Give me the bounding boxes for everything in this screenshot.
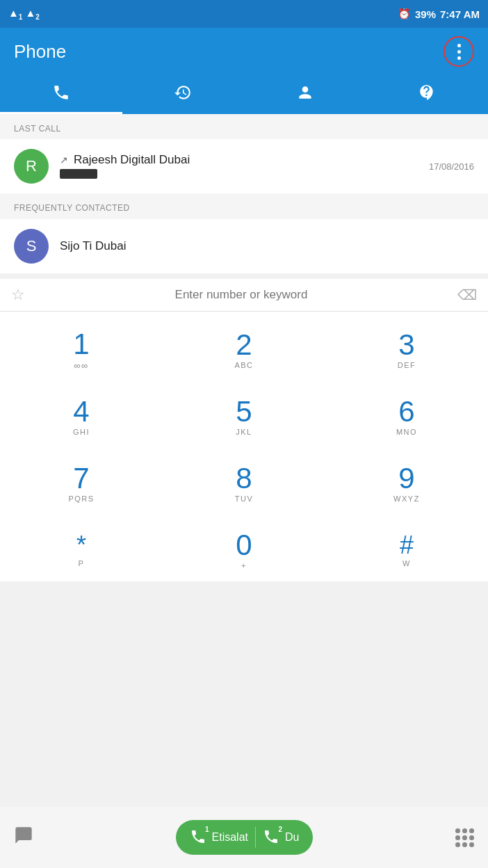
dialpad-section: ☆ ⌫ 1 ∞∞ 2 ABC 3 DEF 4 GHI 5: [0, 279, 488, 581]
key-8[interactable]: 8 TUV: [202, 452, 286, 515]
last-call-name: Rajeesh Digitall Dubai: [74, 153, 190, 167]
call-btn-divider: [255, 827, 256, 848]
frequent-contact-item[interactable]: S Sijo Ti Dubai: [0, 219, 488, 273]
recents-tab-icon: [174, 83, 192, 106]
app-bar: Phone: [0, 28, 488, 75]
frequently-contacted-header: FREQUENTLY CONTACTED: [0, 193, 488, 218]
call-name-row: ↗ Rajeesh Digitall Dubai: [60, 153, 418, 167]
number-input[interactable]: [32, 288, 450, 302]
last-call-number: [60, 169, 97, 179]
key-1[interactable]: 1 ∞∞: [40, 319, 123, 381]
call-button-2[interactable]: 2 Du: [263, 828, 299, 847]
backspace-icon[interactable]: ⌫: [457, 287, 477, 303]
grid-icon[interactable]: [455, 828, 474, 847]
key-4[interactable]: 4 GHI: [40, 385, 123, 448]
last-call-header: LAST CALL: [0, 114, 488, 139]
star-icon[interactable]: ☆: [11, 286, 25, 304]
call-button-group: 1 Etisalat 2 Du: [176, 820, 314, 855]
battery-indicator: 39%: [415, 8, 436, 20]
time-display: 7:47 AM: [440, 8, 480, 20]
key-hash[interactable]: # W: [365, 519, 448, 581]
frequent-contact-avatar: S: [14, 229, 49, 264]
tab-phone[interactable]: [0, 75, 122, 114]
sms-icon[interactable]: [14, 826, 33, 850]
dialpad-row-1: 1 ∞∞ 2 ABC 3 DEF: [0, 319, 488, 381]
dialpad-row-2: 4 GHI 5 JKL 6 MNO: [0, 385, 488, 448]
favorites-tab-icon: [418, 83, 436, 106]
last-call-date: 17/08/2016: [429, 161, 474, 172]
signal-indicators: ▲1 ▲2: [8, 7, 40, 21]
more-options-button[interactable]: [444, 36, 474, 67]
dialpad-row-4: * P 0 + # W: [0, 519, 488, 581]
phone-tab-icon: [52, 83, 70, 106]
key-2[interactable]: 2 ABC: [202, 319, 286, 381]
call-btn1-number: 1: [190, 828, 206, 847]
alarm-icon: ⏰: [398, 8, 411, 20]
last-call-item[interactable]: R ↗ Rajeesh Digitall Dubai 17/08/2016: [0, 139, 488, 193]
tab-favorites[interactable]: [366, 75, 489, 114]
contacts-tab-icon: [296, 83, 314, 106]
last-call-avatar: R: [14, 149, 49, 184]
key-star[interactable]: * P: [40, 519, 123, 581]
call-btn2-label: Du: [285, 831, 299, 844]
last-call-info: ↗ Rajeesh Digitall Dubai: [60, 153, 418, 180]
key-9[interactable]: 9 WXYZ: [365, 452, 448, 515]
signal1-icon: ▲1: [8, 7, 22, 21]
tab-contacts[interactable]: [244, 75, 366, 114]
more-dots-icon: [457, 44, 461, 60]
status-bar: ▲1 ▲2 ⏰ 39% 7:47 AM: [0, 0, 488, 28]
key-6[interactable]: 6 MNO: [365, 385, 448, 448]
tab-recents[interactable]: [122, 75, 245, 114]
tab-bar: [0, 75, 488, 114]
app-title: Phone: [14, 41, 66, 63]
call-btn1-label: Etisalat: [212, 831, 248, 844]
search-bar: ☆ ⌫: [0, 279, 488, 312]
frequently-contacted-section: FREQUENTLY CONTACTED S Sijo Ti Dubai: [0, 193, 488, 273]
call-button-1[interactable]: 1 Etisalat: [190, 828, 248, 847]
key-3[interactable]: 3 DEF: [365, 319, 448, 381]
call-btn2-number: 2: [263, 828, 279, 847]
dialpad-row-3: 7 PQRS 8 TUV 9 WXYZ: [0, 452, 488, 515]
signal2-icon: ▲2: [25, 7, 39, 21]
status-right: ⏰ 39% 7:47 AM: [398, 8, 480, 20]
key-7[interactable]: 7 PQRS: [40, 452, 123, 515]
dialpad: 1 ∞∞ 2 ABC 3 DEF 4 GHI 5 JKL 6 M: [0, 312, 488, 581]
frequent-contact-name: Sijo Ti Dubai: [60, 239, 126, 253]
outgoing-call-icon: ↗: [60, 154, 68, 166]
key-5[interactable]: 5 JKL: [202, 385, 286, 448]
key-0[interactable]: 0 +: [202, 519, 286, 581]
bottom-bar: 1 Etisalat 2 Du: [0, 807, 488, 868]
